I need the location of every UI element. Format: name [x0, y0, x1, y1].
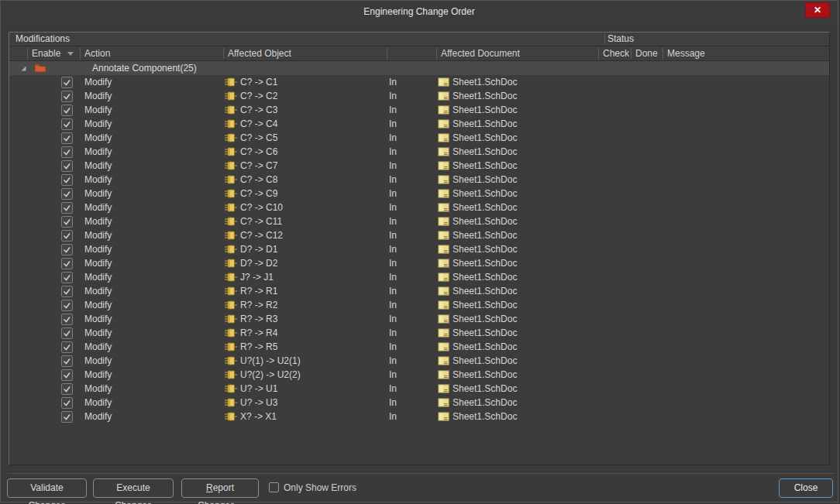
document-label: Sheet1.SchDoc	[453, 314, 517, 324]
action-cell: Modify	[80, 411, 223, 422]
object-label: D? -> D1	[240, 244, 277, 255]
table-row[interactable]: Modify C? -> C1 In	[9, 75, 829, 89]
checkmark-icon	[62, 161, 72, 171]
enable-checkbox[interactable]	[61, 202, 73, 214]
object-label: R? -> R5	[240, 341, 277, 352]
sheet-icon	[438, 286, 449, 296]
scope-cell: In	[387, 286, 436, 297]
scope-cell: In	[387, 244, 436, 255]
sheet-icon	[438, 412, 449, 421]
sheet-icon	[438, 175, 449, 184]
table-row[interactable]: Modify X? -> X1 In	[9, 410, 829, 423]
checkmark-icon	[62, 370, 72, 380]
enable-checkbox[interactable]	[61, 258, 73, 269]
group-row-annotate-component[interactable]: Annotate Component(25)	[9, 61, 829, 75]
table-row[interactable]: Modify R? -> R2 In	[9, 298, 829, 312]
scope-column-header[interactable]	[387, 46, 436, 60]
enable-checkbox[interactable]	[61, 397, 73, 409]
table-row[interactable]: Modify C? -> C9 In	[9, 187, 829, 201]
enable-checkbox[interactable]	[61, 132, 73, 144]
checkmark-icon	[62, 133, 72, 143]
only-show-errors-checkbox[interactable]	[269, 482, 279, 492]
table-row[interactable]: Modify D? -> D2 In	[9, 256, 829, 270]
enable-checkbox[interactable]	[61, 188, 73, 200]
table-row[interactable]: Modify C? -> C3 In	[9, 103, 829, 117]
component-icon	[225, 217, 237, 226]
table-row[interactable]: Modify U? -> U1 In	[9, 382, 829, 396]
enable-checkbox[interactable]	[61, 327, 73, 339]
component-icon	[225, 147, 237, 156]
action-cell: Modify	[80, 77, 223, 87]
table-row[interactable]: Modify C? -> C6 In	[9, 145, 829, 159]
sheet-icon	[438, 105, 449, 115]
table-row[interactable]: Modify R? -> R3 In	[9, 312, 829, 326]
table-row[interactable]: Modify C? -> C11 In	[9, 214, 829, 228]
enable-checkbox[interactable]	[61, 244, 73, 255]
sheet-icon	[438, 259, 449, 268]
table-row[interactable]: Modify C? -> C12 In	[9, 228, 829, 242]
tree-expanded-icon[interactable]	[21, 66, 26, 71]
enable-checkbox[interactable]	[61, 383, 73, 395]
checkmark-icon	[62, 189, 72, 199]
affected-object-column-header[interactable]: Affected Object	[223, 46, 387, 60]
table-row[interactable]: Modify C? -> C10 In	[9, 201, 829, 214]
table-row[interactable]: Modify U? -> U3 In	[9, 396, 829, 410]
close-icon[interactable]: ✕	[805, 2, 830, 18]
execute-changes-button[interactable]: Execute Changes	[93, 478, 174, 498]
enable-checkbox[interactable]	[61, 230, 73, 242]
enable-checkbox[interactable]	[61, 160, 73, 172]
table-row[interactable]: Modify R? -> R5 In	[9, 340, 829, 354]
enable-checkbox[interactable]	[61, 286, 73, 297]
action-column-header[interactable]: Action	[80, 46, 223, 60]
document-label: Sheet1.SchDoc	[453, 216, 517, 227]
enable-checkbox[interactable]	[61, 355, 73, 367]
only-show-errors-label: Only Show Errors	[284, 478, 356, 498]
scope-cell: In	[387, 383, 436, 394]
sheet-icon	[438, 203, 449, 212]
check-column-header[interactable]: Check	[598, 46, 631, 60]
table-row[interactable]: Modify C? -> C2 In	[9, 89, 829, 103]
sheet-icon	[438, 328, 449, 338]
enable-checkbox[interactable]	[61, 300, 73, 311]
component-icon	[225, 412, 237, 421]
enable-checkbox[interactable]	[61, 105, 73, 116]
report-changes-button[interactable]: Report Changes...	[181, 478, 259, 498]
enable-checkbox[interactable]	[61, 272, 73, 283]
document-label: Sheet1.SchDoc	[453, 327, 517, 338]
sheet-icon	[438, 370, 449, 379]
component-icon	[225, 161, 237, 170]
table-row[interactable]: Modify C? -> C4 In	[9, 117, 829, 131]
done-column-header[interactable]: Done	[631, 46, 663, 60]
scope-cell: In	[387, 258, 436, 269]
close-button[interactable]: Close	[779, 478, 833, 498]
enable-checkbox[interactable]	[61, 216, 73, 228]
table-row[interactable]: Modify C? -> C5 In	[9, 131, 829, 145]
affected-document-column-header[interactable]: Affected Document	[436, 46, 598, 60]
table-row[interactable]: Modify J? -> J1 In	[9, 270, 829, 284]
table-row[interactable]: Modify R? -> R1 In	[9, 284, 829, 298]
table-row[interactable]: Modify U?(2) -> U2(2) In	[9, 368, 829, 382]
enable-checkbox[interactable]	[61, 174, 73, 186]
document-label: Sheet1.SchDoc	[453, 272, 517, 283]
message-column-header[interactable]: Message	[663, 46, 829, 60]
table-row[interactable]: Modify D? -> D1 In	[9, 242, 829, 256]
document-label: Sheet1.SchDoc	[453, 258, 517, 269]
enable-checkbox[interactable]	[61, 341, 73, 353]
table-row[interactable]: Modify C? -> C8 In	[9, 173, 829, 187]
enable-filter-dropdown-icon[interactable]	[67, 52, 74, 56]
enable-checkbox[interactable]	[61, 146, 73, 158]
table-row[interactable]: Modify U?(1) -> U2(1) In	[9, 354, 829, 368]
table-row[interactable]: Modify R? -> R4 In	[9, 326, 829, 340]
enable-checkbox[interactable]	[61, 369, 73, 381]
validate-changes-button[interactable]: Validate Changes	[7, 478, 87, 498]
enable-checkbox[interactable]	[61, 411, 73, 423]
enable-checkbox[interactable]	[61, 91, 73, 102]
table-row[interactable]: Modify C? -> C7 In	[9, 159, 829, 173]
enable-checkbox[interactable]	[61, 77, 73, 88]
enable-checkbox[interactable]	[61, 118, 73, 130]
scope-cell: In	[387, 397, 436, 408]
enable-column-header[interactable]: Enable	[27, 46, 80, 60]
status-section-header: Status	[604, 33, 829, 46]
enable-checkbox[interactable]	[61, 314, 73, 325]
document-label: Sheet1.SchDoc	[453, 77, 517, 87]
